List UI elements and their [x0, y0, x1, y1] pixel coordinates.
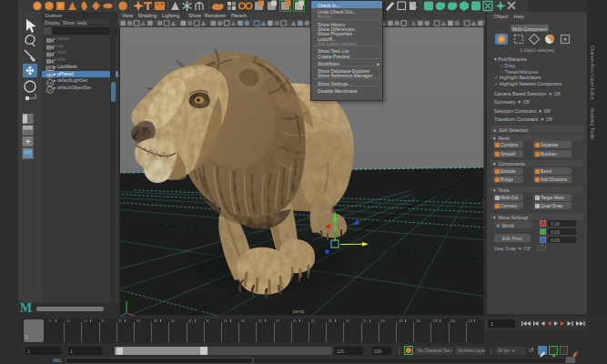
svg-text:Show: Show [188, 13, 202, 18]
svg-text:persp: persp [293, 308, 305, 314]
svg-text:View: View [122, 13, 134, 18]
svg-text:Panels: Panels [231, 13, 247, 18]
svg-text:Shading: Shading [138, 13, 157, 18]
svg-text:Renderer: Renderer [205, 13, 226, 18]
svg-text:Lighting: Lighting [162, 13, 180, 18]
